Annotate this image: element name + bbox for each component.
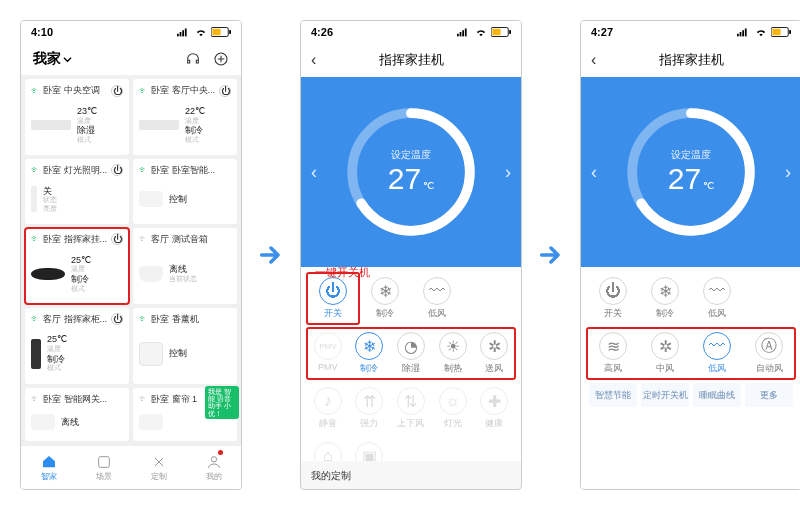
wifi-off-icon: ᯤ: [31, 394, 40, 404]
fan-icon: ✲: [651, 332, 679, 360]
ctrl-cool[interactable]: ❄制冷: [639, 273, 691, 324]
svg-rect-0: [177, 34, 179, 37]
wind-auto-icon: Ⓐ: [755, 332, 783, 360]
temp-up[interactable]: ›: [785, 162, 791, 183]
temperature-dial[interactable]: ‹ › 设定温度 27℃: [301, 77, 521, 267]
power-icon[interactable]: ⏻: [111, 85, 123, 97]
device-card[interactable]: ᯤ卧室 香薰机 控制: [133, 308, 237, 384]
svg-point-9: [211, 456, 216, 461]
device-card-selected[interactable]: ᯤ卧室 指挥家挂...⏻ 25℃温度制冷模式: [25, 228, 129, 304]
wind-row: ≋高风 ✲中风 〰低风 Ⓐ自动风: [587, 328, 795, 379]
device-card[interactable]: ᯤ卧室 客厅中央...⏻ 22℃温度制冷模式: [133, 79, 237, 155]
device-image: [139, 191, 163, 207]
ctrl-power[interactable]: ⏻开关: [587, 273, 639, 324]
device-card[interactable]: ᯤ卧室 卧室智能... 控制: [133, 159, 237, 224]
headset-icon[interactable]: [185, 51, 201, 67]
battery-icon: [211, 27, 231, 37]
ctrl-light[interactable]: ☼灯光: [432, 383, 474, 434]
device-header: ‹ 指挥家挂机: [581, 43, 800, 77]
device-image: [31, 414, 55, 430]
quick-more[interactable]: 更多: [745, 383, 793, 407]
device-card[interactable]: 我是 智能 语音助手 小优！ ᯤ卧室 窗帘 1: [133, 388, 237, 441]
quick-eco[interactable]: 智慧节能: [589, 383, 637, 407]
temp-value: 27℃: [388, 162, 434, 196]
power-icon[interactable]: ⏻: [111, 313, 123, 325]
quick-row: 智慧节能 定时开关机 睡眠曲线 更多: [587, 383, 795, 407]
device-card[interactable]: ᯤ卧室 灯光照明...⏻ 关状态亮度: [25, 159, 129, 224]
pmv-icon: PMV: [314, 332, 342, 360]
power-icon[interactable]: ⏻: [219, 85, 231, 97]
ctrl-wind-mid[interactable]: ✲中风: [639, 328, 691, 379]
ctrl-boost[interactable]: ⇈强力: [349, 383, 391, 434]
ctrl-extra[interactable]: ⌂: [307, 438, 349, 461]
set-temp-label: 设定温度: [391, 148, 431, 162]
ctrl-lowwind[interactable]: 〰低风: [691, 273, 743, 324]
assistant-bubble[interactable]: 我是 智能 语音助手 小优！: [205, 386, 239, 419]
signal-icon: [177, 27, 191, 37]
device-title: 指挥家挂机: [379, 51, 444, 69]
quick-timer[interactable]: 定时开关机: [641, 383, 689, 407]
device-image: [31, 339, 41, 369]
add-icon[interactable]: [213, 51, 229, 67]
ctrl-wind-auto[interactable]: Ⓐ自动风: [743, 328, 795, 379]
tab-custom[interactable]: 定制: [131, 446, 186, 489]
svg-rect-1: [180, 32, 182, 36]
device-card[interactable]: ᯤ卧室 智能网关... 离线: [25, 388, 129, 441]
device-image: [139, 266, 163, 282]
wifi-icon: ᯤ: [139, 165, 148, 175]
svg-rect-24: [789, 30, 791, 34]
tab-scene[interactable]: 场景: [76, 446, 131, 489]
temp-up[interactable]: ›: [505, 162, 511, 183]
home-title[interactable]: 我家: [33, 50, 72, 68]
wind-high-icon: ≋: [599, 332, 627, 360]
back-button[interactable]: ‹: [311, 51, 316, 69]
device-card[interactable]: ᯤ客厅 指挥家柜...⏻ 25℃温度制冷模式: [25, 308, 129, 384]
ctrl-health[interactable]: ✚健康: [473, 383, 515, 434]
user-icon: [206, 454, 222, 470]
ctrl-cool-mode[interactable]: ❄制冷: [349, 328, 391, 379]
temp-down[interactable]: ‹: [311, 162, 317, 183]
wifi-icon: ᯤ: [139, 86, 148, 96]
ctrl-mute[interactable]: ♪静音: [307, 383, 349, 434]
svg-rect-3: [185, 29, 187, 37]
mute-icon: ♪: [314, 387, 342, 415]
ctrl-heat[interactable]: ☀制热: [432, 328, 474, 379]
ctrl-wind-low[interactable]: 〰低风: [691, 328, 743, 379]
ctrl-dehum[interactable]: ◔除湿: [390, 328, 432, 379]
ctrl-lowwind[interactable]: 〰 低风: [411, 273, 463, 324]
svg-rect-20: [740, 32, 742, 36]
svg-rect-19: [737, 34, 739, 37]
temperature-dial[interactable]: ‹ › 设定温度 27℃: [581, 77, 800, 267]
ctrl-power[interactable]: ⏻ 开关: [307, 273, 359, 324]
status-time: 4:10: [31, 26, 53, 38]
ctrl-cool[interactable]: ❄ 制冷: [359, 273, 411, 324]
status-right: [457, 27, 511, 37]
power-icon[interactable]: ⏻: [111, 164, 123, 176]
footer-section-label: 我的定制: [301, 461, 521, 489]
quick-sleep[interactable]: 睡眠曲线: [693, 383, 741, 407]
status-bar: 4:26: [301, 21, 521, 43]
power-icon[interactable]: ⏻: [111, 233, 123, 245]
ctrl-pmv[interactable]: PMVPMV: [307, 328, 349, 379]
status-bar: 4:27: [581, 21, 800, 43]
mode-row: PMVPMV ❄制冷 ◔除湿 ☀制热 ✲送风: [307, 328, 515, 379]
device-header: ‹ 指挥家挂机: [301, 43, 521, 77]
ctrl-fan-mode[interactable]: ✲送风: [473, 328, 515, 379]
ctrl-hide[interactable]: ▣功能隐藏: [349, 438, 391, 461]
ctrl-wind-high[interactable]: ≋高风: [587, 328, 639, 379]
device-card[interactable]: ᯤ卧室 中央空调⏻ 23℃温度除湿模式: [25, 79, 129, 155]
ctrl-udswing[interactable]: ⇅上下风: [390, 383, 432, 434]
tab-home[interactable]: 智家: [21, 446, 76, 489]
wifi-icon: ᯤ: [31, 86, 40, 96]
ctrl-empty: [463, 273, 515, 324]
back-button[interactable]: ‹: [591, 51, 596, 69]
svg-rect-15: [509, 30, 511, 34]
battery-icon: [771, 27, 791, 37]
svg-rect-10: [457, 34, 459, 37]
status-bar: 4:10: [21, 21, 241, 43]
tab-me[interactable]: 我的: [186, 446, 241, 489]
flow-arrow: [256, 20, 286, 490]
temp-down[interactable]: ‹: [591, 162, 597, 183]
device-card[interactable]: ᯤ客厅 测试音箱 离线当前状态: [133, 228, 237, 304]
device-image: [31, 268, 65, 280]
